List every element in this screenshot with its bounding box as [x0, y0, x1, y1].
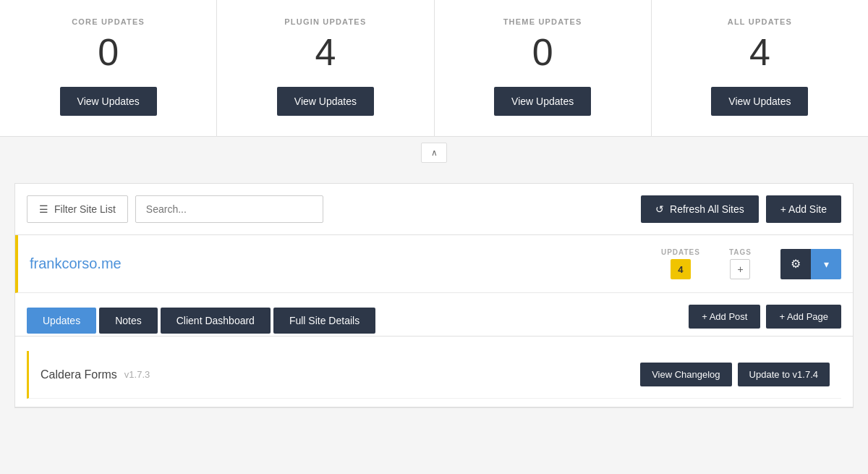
- stat-number: 4: [749, 33, 770, 71]
- stat-number: 4: [315, 33, 336, 71]
- view-updates-button[interactable]: View Updates: [277, 87, 374, 116]
- hamburger-icon: ☰: [39, 203, 48, 215]
- stat-number: 0: [532, 33, 553, 71]
- view-changelog-button[interactable]: View Changelog: [640, 363, 731, 386]
- add-page-button[interactable]: + Add Page: [766, 305, 841, 329]
- site-name[interactable]: frankcorso.me: [30, 255, 661, 272]
- updates-col: UPDATES 4: [661, 248, 700, 279]
- chevron-down-icon: ▾: [824, 258, 829, 270]
- site-detail: Updates Notes Client Dashboard Full Site…: [15, 293, 853, 407]
- plugin-section: Caldera Forms v1.7.3 View Changelog Upda…: [15, 337, 853, 399]
- update-plugin-button[interactable]: Update to v1.7.4: [738, 363, 830, 386]
- view-updates-button[interactable]: View Updates: [494, 87, 591, 116]
- stat-label: CORE UPDATES: [72, 17, 145, 26]
- stat-label: ALL UPDATES: [728, 17, 792, 26]
- toolbar: ☰ Filter Site List ↺ Refresh All Sites +…: [14, 183, 854, 234]
- stat-label: THEME UPDATES: [503, 17, 582, 26]
- refresh-all-sites-button[interactable]: ↺ Refresh All Sites: [641, 195, 759, 223]
- gear-icon: ⚙: [791, 257, 801, 271]
- view-updates-button[interactable]: View Updates: [711, 87, 808, 116]
- stat-card: ALL UPDATES 4 View Updates: [652, 0, 868, 136]
- site-actions: ⚙ ▾: [780, 249, 841, 279]
- filter-label: Filter Site List: [54, 203, 116, 215]
- site-row: frankcorso.me UPDATES 4 TAGS + ⚙ ▾: [15, 235, 853, 293]
- updates-col-label: UPDATES: [661, 248, 700, 256]
- plugin-name: Caldera Forms: [41, 368, 117, 381]
- stat-card: THEME UPDATES 0 View Updates: [435, 0, 652, 136]
- stat-card: PLUGIN UPDATES 4 View Updates: [217, 0, 434, 136]
- add-site-label: + Add Site: [780, 203, 827, 215]
- tags-add-button[interactable]: +: [730, 259, 750, 279]
- updates-badge: 4: [671, 259, 691, 279]
- plugin-version: v1.7.3: [124, 369, 150, 380]
- refresh-label: Refresh All Sites: [670, 203, 744, 215]
- site-expand-button[interactable]: ▾: [811, 249, 841, 279]
- stat-card: CORE UPDATES 0 View Updates: [0, 0, 217, 136]
- plugin-row: Caldera Forms v1.7.3 View Changelog Upda…: [27, 351, 841, 399]
- add-site-button[interactable]: + Add Site: [766, 195, 841, 223]
- stat-number: 0: [98, 33, 119, 71]
- site-settings-button[interactable]: ⚙: [780, 249, 811, 279]
- tabs-actions: + Add Post + Add Page: [689, 305, 841, 336]
- filter-button[interactable]: ☰ Filter Site List: [27, 195, 128, 223]
- collapse-button[interactable]: ∧: [421, 143, 447, 163]
- plugin-actions: View Changelog Update to v1.7.4: [640, 363, 830, 386]
- chevron-up-icon: ∧: [431, 148, 438, 158]
- refresh-icon: ↺: [655, 203, 664, 215]
- tags-col-label: TAGS: [729, 248, 752, 256]
- collapse-bar: ∧: [0, 137, 868, 169]
- tab-notes[interactable]: Notes: [99, 308, 158, 334]
- view-updates-button[interactable]: View Updates: [60, 87, 157, 116]
- stats-section: CORE UPDATES 0 View Updates PLUGIN UPDAT…: [0, 0, 868, 137]
- bottom-bar: [15, 399, 853, 407]
- add-post-button[interactable]: + Add Post: [689, 305, 760, 329]
- stat-label: PLUGIN UPDATES: [284, 17, 366, 26]
- main-content: ☰ Filter Site List ↺ Refresh All Sites +…: [0, 169, 868, 408]
- tab-full-site-details[interactable]: Full Site Details: [273, 308, 375, 334]
- tabs-bar: Updates Notes Client Dashboard Full Site…: [15, 293, 853, 337]
- tab-updates[interactable]: Updates: [27, 308, 96, 334]
- tab-client-dashboard[interactable]: Client Dashboard: [161, 308, 271, 334]
- tags-col: TAGS +: [729, 248, 752, 279]
- search-input[interactable]: [135, 195, 323, 223]
- site-container: frankcorso.me UPDATES 4 TAGS + ⚙ ▾: [14, 234, 854, 408]
